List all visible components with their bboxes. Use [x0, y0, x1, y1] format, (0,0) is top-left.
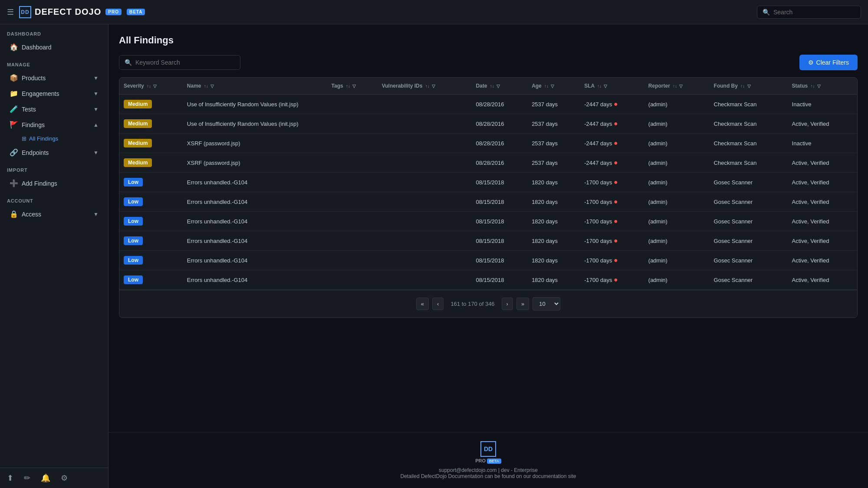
prev-page-button[interactable]: ‹ — [432, 298, 444, 310]
cell-found-by: Checkmarx Scan — [710, 95, 788, 114]
table-row[interactable]: Low Errors unhandled.-G104 08/15/2018 18… — [119, 173, 857, 192]
filter-icon[interactable]: ▽ — [496, 84, 500, 88]
cell-sla: -2447 days ● — [580, 114, 644, 134]
sidebar-item-dashboard[interactable]: 🏠 Dashboard — [3, 39, 105, 55]
cell-name: XSRF (password.jsp) — [183, 153, 327, 173]
table-row[interactable]: Low Errors unhandled.-G104 08/15/2018 18… — [119, 270, 857, 290]
cell-found-by: Gosec Scanner — [710, 173, 788, 192]
cell-sla: -1700 days ● — [580, 173, 644, 192]
cell-found-by: Gosec Scanner — [710, 192, 788, 212]
cell-vuln-ids — [378, 95, 472, 114]
footer-logo: DD PRO BETA — [475, 441, 501, 464]
table-row[interactable]: Medium XSRF (password.jsp) 08/28/2016 25… — [119, 134, 857, 153]
table-row[interactable]: Low Errors unhandled.-G104 08/15/2018 18… — [119, 212, 857, 231]
cell-date: 08/15/2018 — [471, 173, 527, 192]
filter-icon[interactable]: ▽ — [604, 84, 607, 88]
col-severity[interactable]: Severity ↑↓ ▽ — [119, 78, 183, 95]
cell-name: Use of Insufficiently Random Values (ini… — [183, 95, 327, 114]
col-name[interactable]: Name ↑↓ ▽ — [183, 78, 327, 95]
sidebar-item-endpoints[interactable]: 🔗 Endpoints ▼ — [3, 145, 105, 160]
filter-icon[interactable]: ▽ — [817, 84, 821, 88]
table-row[interactable]: Low Errors unhandled.-G104 08/15/2018 18… — [119, 231, 857, 251]
gear-icon[interactable]: ⚙ — [61, 473, 68, 483]
cell-age: 2537 days — [527, 114, 580, 134]
cell-severity: Low — [119, 231, 183, 251]
filter-icon[interactable]: ▽ — [153, 84, 157, 88]
footer-doc-text: Detailed DefectDojo Documentation can be… — [117, 473, 859, 479]
sidebar-item-label: Add Findings — [22, 180, 57, 187]
keyword-search-input[interactable] — [135, 59, 235, 66]
clear-filters-button[interactable]: ⚙ Clear Filters — [799, 55, 858, 70]
sidebar-item-findings[interactable]: 🚩 Findings ▲ — [3, 117, 105, 132]
col-status[interactable]: Status ↑↓ ▽ — [788, 78, 857, 95]
footer-logo-box-icon: DD — [480, 441, 496, 457]
chevron-down-icon: ▼ — [93, 106, 99, 112]
col-date[interactable]: Date ↑↓ ▽ — [471, 78, 527, 95]
bell-icon[interactable]: 🔔 — [41, 473, 50, 483]
sidebar-item-add-findings[interactable]: ➕ Add Findings — [3, 176, 105, 191]
chevron-down-icon: ▼ — [93, 91, 99, 97]
cell-date: 08/28/2016 — [471, 134, 527, 153]
sidebar-item-engagements[interactable]: 📁 Engagements ▼ — [3, 86, 105, 101]
cell-severity: Medium — [119, 95, 183, 114]
cell-status: Inactive — [788, 95, 857, 114]
col-found-by[interactable]: Found By ↑↓ ▽ — [710, 78, 788, 95]
table-row[interactable]: Low Errors unhandled.-G104 08/15/2018 18… — [119, 251, 857, 270]
last-page-button[interactable]: » — [516, 298, 529, 310]
cell-date: 08/15/2018 — [471, 192, 527, 212]
col-vuln-ids[interactable]: Vulnerability IDs ↑↓ ▽ — [378, 78, 472, 95]
next-page-button[interactable]: › — [502, 298, 513, 310]
global-search-box[interactable]: 🔍 — [757, 6, 861, 19]
cell-tags — [327, 212, 378, 231]
cell-sla: -1700 days ● — [580, 231, 644, 251]
cell-age: 2537 days — [527, 153, 580, 173]
main-content: All Findings 🔍 ⚙ Clear Filters Severity … — [108, 24, 868, 432]
beta-badge: BETA — [127, 9, 145, 15]
grid-icon: ⊞ — [22, 135, 26, 142]
cell-tags — [327, 173, 378, 192]
cell-status: Active, Verified — [788, 231, 857, 251]
filter-icon[interactable]: ▽ — [432, 84, 435, 88]
sidebar-item-all-findings[interactable]: ⊞ All Findings — [3, 133, 105, 144]
table-row[interactable]: Medium XSRF (password.jsp) 08/28/2016 25… — [119, 153, 857, 173]
tests-icon: 🧪 — [10, 105, 18, 113]
col-tags[interactable]: Tags ↑↓ ▽ — [327, 78, 378, 95]
cell-name: Errors unhandled.-G104 — [183, 270, 327, 290]
col-age[interactable]: Age ↑↓ ▽ — [527, 78, 580, 95]
cell-tags — [327, 153, 378, 173]
sidebar-item-access[interactable]: 🔒 Access ▼ — [3, 206, 105, 222]
upload-icon[interactable]: ⬆ — [7, 473, 13, 483]
table-header-row: Severity ↑↓ ▽ Name ↑↓ ▽ Tags ↑↓ ▽ — [119, 78, 857, 95]
filter-icon[interactable]: ▽ — [551, 84, 554, 88]
edit-icon[interactable]: ✏ — [24, 473, 30, 483]
keyword-search-box[interactable]: 🔍 — [119, 55, 240, 70]
cell-status: Active, Verified — [788, 114, 857, 134]
cell-vuln-ids — [378, 134, 472, 153]
lock-icon: 🔒 — [10, 210, 18, 218]
sort-icon: ↑↓ — [597, 84, 602, 88]
col-sla[interactable]: SLA ↑↓ ▽ — [580, 78, 644, 95]
cell-status: Active, Verified — [788, 192, 857, 212]
footer-beta-label: BETA — [487, 459, 501, 464]
sidebar-item-tests[interactable]: 🧪 Tests ▼ — [3, 102, 105, 117]
cell-reporter: (admin) — [644, 251, 710, 270]
cell-reporter: (admin) — [644, 173, 710, 192]
sort-icon: ↑↓ — [204, 84, 208, 88]
table-row[interactable]: Low Errors unhandled.-G104 08/15/2018 18… — [119, 192, 857, 212]
global-search-input[interactable] — [773, 9, 855, 16]
table-row[interactable]: Medium Use of Insufficiently Random Valu… — [119, 95, 857, 114]
per-page-select[interactable]: 102550100 — [533, 297, 560, 311]
logo-name: DEFECT DOJO — [35, 7, 101, 17]
cell-severity: Low — [119, 173, 183, 192]
table-row[interactable]: Medium Use of Insufficiently Random Valu… — [119, 114, 857, 134]
col-reporter[interactable]: Reporter ↑↓ ▽ — [644, 78, 710, 95]
hamburger-icon[interactable]: ☰ — [7, 7, 14, 17]
sidebar-item-products[interactable]: 📦 Products ▼ — [3, 70, 105, 85]
first-page-button[interactable]: « — [416, 298, 429, 310]
sidebar-section-dashboard: DASHBOARD — [0, 24, 108, 39]
filter-icon[interactable]: ▽ — [210, 84, 214, 88]
filter-icon[interactable]: ▽ — [679, 84, 683, 88]
filter-icon[interactable]: ▽ — [747, 84, 751, 88]
filter-icon[interactable]: ▽ — [352, 84, 356, 88]
filters-bar: 🔍 ⚙ Clear Filters — [119, 55, 858, 70]
